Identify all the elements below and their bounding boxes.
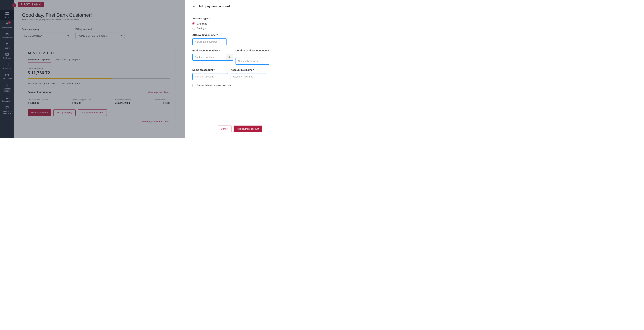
- nickname-label: Account nickname *: [230, 68, 266, 71]
- name-on-account-input[interactable]: [195, 75, 226, 78]
- back-arrow-icon[interactable]: [192, 5, 196, 8]
- toggle-visibility-button[interactable]: [269, 58, 269, 64]
- radio-checking-label: Checking: [197, 22, 207, 25]
- radio-savings-label: Savings: [197, 27, 206, 30]
- bank-number-label: Bank account number *: [192, 49, 233, 52]
- confirm-number-input[interactable]: [238, 60, 269, 62]
- radio-savings[interactable]: [192, 27, 195, 30]
- toggle-visibility-button[interactable]: [226, 54, 233, 60]
- default-checkbox[interactable]: [192, 84, 195, 87]
- default-checkbox-label: Set as default payment account: [197, 84, 232, 87]
- account-type-label: Account type *: [192, 17, 262, 20]
- aba-input[interactable]: [195, 40, 226, 43]
- confirm-number-label: Confirm bank account number *: [236, 49, 269, 56]
- name-on-account-label: Name on account *: [192, 68, 228, 71]
- submit-button[interactable]: Add payment account: [234, 126, 262, 132]
- cancel-button[interactable]: Cancel: [218, 126, 232, 132]
- bank-number-input[interactable]: [195, 56, 226, 59]
- nickname-input[interactable]: [233, 75, 264, 78]
- radio-checking[interactable]: [192, 22, 195, 25]
- aba-label: ABA routing number *: [192, 34, 262, 36]
- add-payment-drawer: Add payment account Account type * Check…: [185, 0, 269, 138]
- drawer-title: Add payment account: [199, 4, 230, 8]
